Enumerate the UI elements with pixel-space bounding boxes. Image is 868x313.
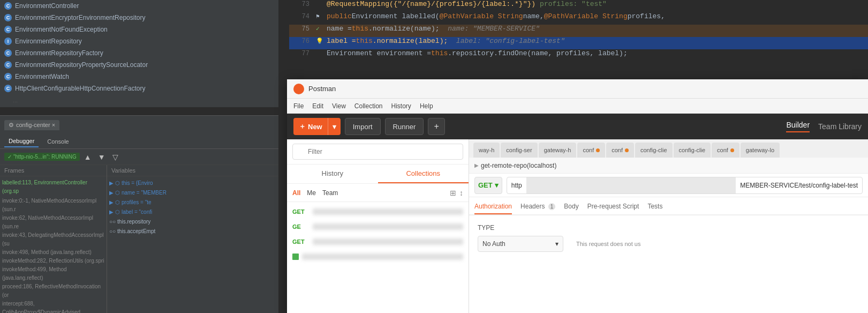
url-bar-blurred: [313, 208, 463, 215]
class-item[interactable]: C EnvironmentRepositoryFactory: [0, 47, 278, 59]
class-item[interactable]: C EnvironmentController: [0, 0, 278, 12]
body-tab[interactable]: Body: [564, 203, 578, 214]
menu-help[interactable]: Help: [420, 102, 433, 110]
menu-edit[interactable]: Edit: [312, 102, 323, 110]
class-item[interactable]: C EnvironmentEncryptorEnvironmentReposit…: [0, 12, 278, 24]
debugger-tab[interactable]: Debugger: [4, 136, 39, 147]
menu-history[interactable]: History: [391, 102, 411, 110]
postman-body: 🔍 History Collections All Me Team ⊞ ↕ GE: [287, 139, 868, 313]
import-button[interactable]: Import: [345, 118, 381, 135]
team-plus-button[interactable]: +: [428, 118, 445, 135]
postman-sidebar: 🔍 History Collections All Me Team ⊞ ↕ GE: [287, 139, 469, 313]
auth-type-dropdown[interactable]: No Auth ▾: [478, 236, 563, 252]
frame-item[interactable]: proceed:186, ReflectiveMethodInvocation …: [2, 282, 104, 300]
file-tab[interactable]: ⚙ config-center ×: [4, 120, 59, 130]
url-bar-blurred: [313, 239, 463, 245]
frame-item[interactable]: invokeMethod:499, Method (java.lang.refl…: [2, 265, 104, 282]
unsaved-dot: [730, 148, 734, 152]
sidebar-tabs: History Collections: [287, 165, 469, 184]
filter-team-button[interactable]: Team: [322, 189, 338, 197]
ide-toolbar: ⚙ config-center ×: [0, 115, 278, 134]
frame-item[interactable]: invoke:62, NativeMethodAccessorImpl (sun…: [2, 214, 104, 231]
frame-item[interactable]: intercept:688, CglibAopProxy$DynamicAdvi…: [2, 300, 104, 313]
collections-tab[interactable]: Collections: [378, 165, 469, 183]
class-item[interactable]: C EnvironmentRepositoryPropertySourceLoc…: [0, 59, 278, 71]
new-dropdown-arrow[interactable]: ▾: [328, 118, 341, 135]
var-expand[interactable]: ▶⬡name = "MEMBER: [109, 188, 276, 198]
interface-icon: I: [4, 38, 12, 45]
tab-label: config-clie: [679, 147, 706, 153]
list-item[interactable]: GET: [287, 234, 469, 249]
frame-item[interactable]: invokeMethod:282, ReflectionUtils (org.s…: [2, 257, 104, 265]
auth-section: TYPE No Auth ▾ This request does not us: [469, 215, 868, 313]
class-icon: C: [4, 14, 12, 21]
new-collection-button[interactable]: ⊞: [450, 189, 456, 197]
tab-label: conf: [583, 147, 594, 153]
list-item[interactable]: GET: [287, 204, 469, 219]
request-tab[interactable]: config-clie: [635, 143, 673, 158]
request-tab[interactable]: gateway-lo: [741, 143, 780, 158]
team-library-tab[interactable]: Team Library: [818, 122, 862, 131]
menu-file[interactable]: File: [293, 102, 304, 110]
request-tab[interactable]: conf: [606, 143, 634, 158]
postman-logo: [293, 84, 304, 94]
pre-request-script-tab[interactable]: Pre-request Script: [587, 203, 639, 214]
menu-collection[interactable]: Collection: [354, 102, 383, 110]
new-button-main[interactable]: ＋ New: [293, 118, 328, 135]
auth-type-row: TYPE: [478, 224, 859, 232]
class-name: EnvironmentWatch: [15, 73, 69, 80]
request-tab[interactable]: way-h: [473, 143, 500, 158]
list-item[interactable]: GE: [287, 219, 469, 234]
class-name: EnvironmentController: [15, 2, 79, 10]
request-section-tabs: Authorization Headers 1 Body Pre-request…: [469, 197, 868, 215]
class-item[interactable]: C EnvironmentNotFoundException: [0, 24, 278, 35]
tab-label: conf: [717, 147, 728, 153]
current-frame[interactable]: labelled:113, EnvironmentController (org…: [2, 178, 104, 196]
remote-repo-bar: ▶ get-remote-repo(localhost): [469, 158, 868, 174]
class-name: HttpClientConfigurableHttpConnectionFact…: [15, 85, 145, 92]
frame-item[interactable]: invoke:498, Method (java.lang.reflect): [2, 248, 104, 257]
class-name: EnvironmentNotFoundException: [15, 26, 108, 33]
debug-tabs: Debugger Console: [0, 134, 278, 149]
list-item[interactable]: [287, 249, 469, 264]
debug-controls: ✓ "http-nio-5...in": RUNNING ▲ ▼ ▽: [0, 149, 278, 165]
method-select-dropdown[interactable]: GET ▾: [474, 177, 502, 194]
builder-tab[interactable]: Builder: [786, 121, 810, 132]
console-tab[interactable]: Console: [43, 136, 73, 147]
var-item[interactable]: ○○this.acceptEmpt: [109, 227, 276, 236]
frame-item[interactable]: invoke:43, DelegatingMethodAccessorImpl …: [2, 231, 104, 248]
class-item[interactable]: C EnvironmentWatch: [0, 71, 278, 83]
request-tab[interactable]: conf: [712, 143, 739, 158]
code-editor: 73 @RequestMapping({"/{name}/{profiles}/…: [289, 0, 868, 80]
frame-item[interactable]: invoke:0:-1, NativeMethodAccessorImpl (s…: [2, 197, 104, 214]
var-expand[interactable]: ▶⬡this = {Enviro: [109, 178, 276, 188]
step-down-button[interactable]: ▼: [96, 151, 108, 163]
sort-button[interactable]: ↕: [459, 189, 463, 197]
request-tab[interactable]: config-ser: [501, 143, 537, 158]
var-item[interactable]: ○○this.repository: [109, 217, 276, 227]
postman-main: way-h config-ser gateway-h conf conf c: [469, 139, 868, 313]
history-tab[interactable]: History: [287, 165, 378, 183]
request-tab[interactable]: gateway-h: [539, 143, 577, 158]
headers-tab[interactable]: Headers 1: [520, 203, 555, 214]
var-expand[interactable]: ▶⬡label = "confi: [109, 207, 276, 217]
var-expand[interactable]: ▶⬡profiles = "te: [109, 198, 276, 207]
menu-view[interactable]: View: [332, 102, 346, 110]
authorization-tab[interactable]: Authorization: [474, 203, 512, 214]
expand-arrow-icon[interactable]: ▶: [474, 162, 479, 168]
request-tab[interactable]: config-clie: [674, 143, 711, 158]
class-item[interactable]: C HttpClientConfigurableHttpConnectionFa…: [0, 83, 278, 94]
class-item[interactable]: I EnvironmentRepository: [0, 35, 278, 47]
postman-titlebar: Postman: [287, 79, 868, 99]
runner-button[interactable]: Runner: [385, 118, 424, 135]
auth-dropdown-arrow-icon: ▾: [555, 240, 558, 248]
filter-me-button[interactable]: Me: [307, 189, 316, 197]
new-button[interactable]: ＋ New ▾: [293, 118, 341, 135]
class-item: ...: [0, 94, 278, 106]
filter-input[interactable]: [292, 144, 463, 160]
filter-all-button[interactable]: All: [292, 189, 300, 197]
tests-tab[interactable]: Tests: [647, 203, 662, 214]
request-tab[interactable]: conf: [577, 143, 605, 158]
filter-button[interactable]: ▽: [110, 151, 122, 163]
step-over-button[interactable]: ▲: [82, 151, 94, 163]
